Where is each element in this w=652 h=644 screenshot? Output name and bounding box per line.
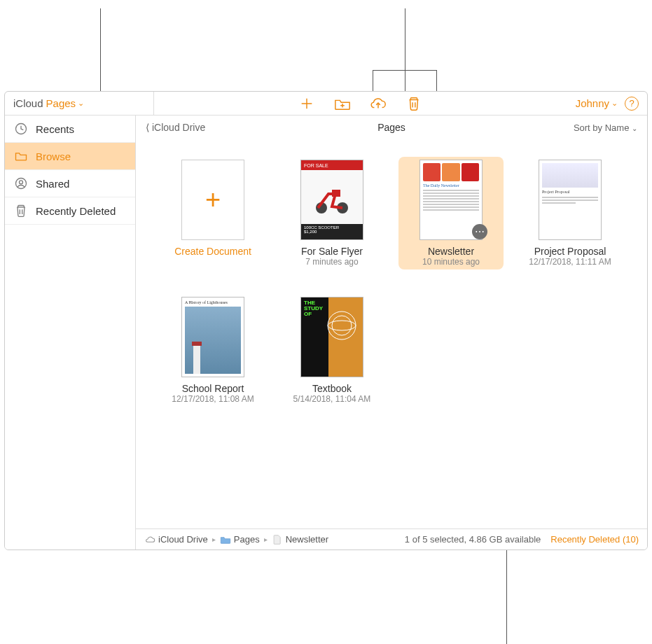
chevron-right-icon: ▸ (264, 536, 268, 543)
user-name-label: Johnny (576, 97, 609, 109)
document-grid: + Create Document FOR SALE 100CC SCOOTER… (136, 139, 647, 528)
document-tile-for-sale-flyer[interactable]: FOR SALE 100CC SCOOTER$1,200 For Sale Fl… (279, 157, 384, 270)
chevron-left-icon: ⟨ (146, 122, 149, 133)
callout-line (405, 8, 405, 91)
breadcrumb-label: Pages (234, 534, 260, 545)
create-document-button[interactable] (298, 94, 316, 113)
app-switcher[interactable]: iCloud Pages ⌄ (5, 92, 154, 115)
top-right-controls: Johnny ⌄ ? (567, 97, 647, 111)
sidebar-item-recently-deleted[interactable]: Recently Deleted (5, 197, 135, 225)
back-label: iCloud Drive (152, 122, 205, 133)
user-menu[interactable]: Johnny ⌄ (576, 97, 618, 109)
document-thumbnail: FOR SALE 100CC SCOOTER$1,200 (300, 160, 363, 240)
sidebar-item-label: Recently Deleted (36, 205, 116, 217)
folder-icon (13, 148, 29, 164)
breadcrumb-item[interactable]: iCloud Drive (144, 534, 208, 545)
folder-icon (220, 534, 231, 545)
main-panel: ⟨ iCloud Drive Pages Sort by Name ⌄ + Cr… (136, 115, 647, 550)
chevron-right-icon: ▸ (212, 536, 216, 543)
document-title: Textbook (312, 383, 352, 394)
new-folder-button[interactable] (333, 94, 352, 113)
recently-deleted-link[interactable]: Recently Deleted (10) (550, 534, 639, 545)
document-tile-newsletter[interactable]: The Daily Newsletter ⋯ Newsletter 10 min… (398, 157, 504, 270)
sidebar-item-browse[interactable]: Browse (5, 143, 135, 170)
sidebar-item-recents[interactable]: Recents (5, 115, 135, 143)
chevron-down-icon: ⌄ (611, 99, 618, 108)
document-title: School Report (182, 383, 244, 394)
create-document-thumbnail: + (181, 160, 244, 240)
document-thumbnail: THE STUDY OF (300, 297, 363, 377)
document-title: For Sale Flyer (301, 246, 363, 257)
upload-button[interactable] (369, 94, 387, 113)
more-options-button[interactable]: ⋯ (472, 224, 487, 239)
breadcrumb-label: iCloud Drive (158, 534, 208, 545)
app-window: iCloud Pages ⌄ Johnny ⌄ ? (4, 91, 648, 550)
create-document-tile[interactable]: + Create Document (160, 157, 265, 270)
plus-icon: + (205, 185, 221, 215)
document-subtitle: 5/14/2018, 11:04 AM (293, 394, 371, 404)
callout-line (373, 70, 373, 93)
selection-status: 1 of 5 selected, 4.86 GB available (405, 534, 541, 545)
trash-icon (13, 203, 29, 218)
main-header: ⟨ iCloud Drive Pages Sort by Name ⌄ (136, 115, 647, 139)
sidebar-item-label: Recents (36, 123, 74, 135)
document-icon (272, 534, 283, 545)
document-title: Project Proposal (534, 246, 606, 257)
icloud-label: iCloud (13, 97, 43, 109)
document-subtitle: 10 minutes ago (422, 257, 480, 267)
document-title: Newsletter (428, 246, 474, 257)
create-document-label: Create Document (174, 246, 251, 257)
cloud-icon (144, 534, 155, 545)
sort-label: Sort by Name (574, 122, 629, 133)
document-tile-textbook[interactable]: THE STUDY OF Textbook 5/14/2018, 11:04 A… (279, 294, 384, 407)
delete-button[interactable] (405, 94, 423, 113)
breadcrumb-item[interactable]: Pages (220, 534, 260, 545)
person-icon (13, 176, 29, 191)
folder-title: Pages (377, 122, 405, 133)
breadcrumb: iCloud Drive ▸ Pages ▸ Newslet (144, 534, 328, 545)
document-tile-school-report[interactable]: A History of Lighthouses School Report 1… (160, 294, 265, 407)
document-subtitle: 12/17/2018, 11:08 AM (172, 394, 254, 404)
sidebar-item-label: Browse (36, 150, 71, 162)
sort-menu[interactable]: Sort by Name ⌄ (574, 122, 637, 133)
sidebar-item-label: Shared (36, 178, 69, 190)
document-subtitle: 7 minutes ago (305, 257, 358, 267)
svg-rect-14 (332, 190, 340, 197)
toolbar (154, 92, 567, 115)
footer-bar: iCloud Drive ▸ Pages ▸ Newslet (136, 528, 647, 550)
callout-line (373, 70, 437, 71)
breadcrumb-label: Newsletter (286, 534, 328, 545)
svg-point-9 (20, 181, 23, 184)
chevron-down-icon: ⌄ (632, 125, 637, 132)
document-subtitle: 12/17/2018, 11:11 AM (529, 257, 611, 267)
top-bar: iCloud Pages ⌄ Johnny ⌄ ? (5, 92, 647, 115)
sidebar-item-shared[interactable]: Shared (5, 170, 135, 197)
svg-point-16 (332, 316, 352, 335)
chevron-down-icon: ⌄ (78, 99, 84, 108)
app-name-label: Pages (46, 97, 76, 109)
back-button[interactable]: ⟨ iCloud Drive (146, 122, 205, 133)
document-thumbnail: A History of Lighthouses (181, 297, 244, 377)
sidebar: Recents Browse Shared Recently Deleted (5, 115, 136, 550)
document-thumbnail: Project Proposal (539, 160, 602, 240)
help-icon: ? (629, 98, 634, 108)
clock-icon (13, 121, 29, 136)
body: Recents Browse Shared Recently Deleted (5, 115, 647, 550)
document-tile-project-proposal[interactable]: Project Proposal Project Proposal 12/17/… (518, 157, 623, 270)
help-button[interactable]: ? (625, 97, 639, 111)
callout-line (436, 70, 437, 93)
breadcrumb-item[interactable]: Newsletter (272, 534, 328, 545)
ellipsis-icon: ⋯ (475, 226, 485, 237)
thumb-text: FOR SALE (301, 160, 363, 170)
